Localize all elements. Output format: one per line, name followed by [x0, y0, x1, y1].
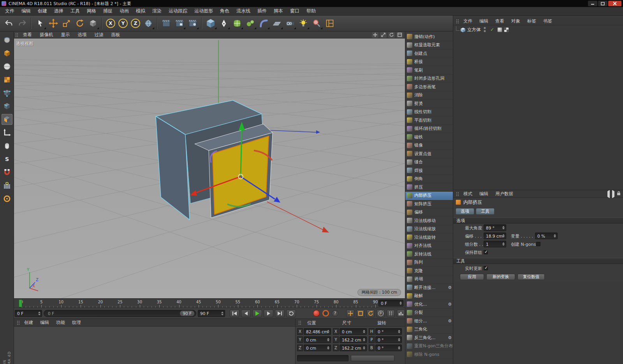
undo-button[interactable] [2, 17, 16, 30]
magnet-snap-button[interactable] [2, 167, 12, 178]
record-parameter-toggle[interactable]: P [377, 310, 385, 317]
command-item[interactable]: 阵列 [405, 259, 453, 267]
command-item[interactable]: 桥接 [405, 58, 453, 66]
light-button[interactable] [297, 17, 310, 30]
menu-item[interactable]: 查看 [492, 18, 508, 24]
command-item[interactable]: 优化... [405, 300, 453, 309]
command-item[interactable]: 挤压 [405, 183, 453, 192]
axis-x-lock-button[interactable]: X [106, 19, 115, 28]
offset-field[interactable]: 18.9 cm [484, 233, 506, 239]
convert-sphere-icon[interactable] [2, 35, 12, 46]
scale-tool[interactable] [60, 17, 73, 30]
camera-button[interactable] [283, 17, 297, 30]
coordinate-apply-button[interactable] [351, 355, 394, 361]
menu-item[interactable]: 捕捉 [100, 8, 116, 14]
previous-frame-button[interactable] [241, 310, 251, 317]
command-item[interactable]: 坍塌 [405, 275, 453, 284]
menu-item[interactable]: 帮助 [303, 8, 319, 14]
realtime-update-checkbox[interactable] [484, 266, 488, 270]
command-item[interactable]: 平面切割 [405, 116, 453, 125]
menu-item[interactable]: 创建 [34, 8, 51, 14]
record-pla-toggle[interactable] [387, 310, 395, 317]
command-options-gear-icon[interactable] [448, 318, 452, 324]
open-timeline-button[interactable] [397, 310, 405, 317]
apply-button[interactable]: 应用 [460, 274, 484, 280]
menu-item[interactable]: 网格 [83, 8, 100, 14]
record-rotation-toggle[interactable] [366, 310, 375, 317]
viewport-scene[interactable]: Y X Z [14, 38, 405, 298]
menu-item[interactable]: 渲染 [149, 8, 165, 14]
command-item[interactable]: 反转法线 [405, 250, 453, 259]
command-item[interactable]: 融解 [405, 292, 453, 301]
menu-item[interactable]: 动画 [116, 8, 132, 14]
command-item[interactable]: 创建点 [405, 49, 453, 58]
history-back-icon[interactable] [607, 191, 610, 197]
menu-item[interactable]: 标签 [524, 18, 540, 24]
menu-item[interactable]: 用户数据 [492, 191, 517, 197]
live-selection-tool[interactable] [33, 17, 47, 30]
phong-tag-icon[interactable] [497, 27, 502, 32]
preserve-groups-checkbox[interactable] [484, 250, 488, 254]
object-manager-area[interactable]: 立方体 [453, 25, 623, 190]
reset-values-button[interactable]: 复位数值 [517, 274, 545, 280]
lock-icon[interactable] [617, 191, 621, 197]
menu-item[interactable]: 脚本 [270, 8, 287, 14]
size-value-field[interactable]: 0 cm [340, 328, 367, 335]
panel-grip-icon[interactable] [15, 32, 18, 37]
command-item[interactable]: 缝合 [405, 158, 453, 167]
create-ngons-checkbox[interactable] [536, 242, 540, 246]
menu-item[interactable]: 窗口 [287, 8, 303, 14]
deformers-button[interactable] [257, 17, 270, 30]
tab-options[interactable]: 选项 [456, 208, 474, 215]
tab-tool[interactable]: 工具 [476, 208, 495, 215]
command-item[interactable]: 焊接 [405, 166, 453, 175]
menu-item[interactable]: 运动图形 [191, 8, 216, 14]
menu-item[interactable]: 面板 [107, 32, 124, 38]
command-item[interactable]: 撤销(动作) [405, 33, 453, 41]
menu-item[interactable]: 编辑 [476, 18, 492, 24]
command-item[interactable]: 笔刷 [405, 66, 453, 75]
edges-mode-button[interactable] [2, 101, 12, 112]
range-end-handle[interactable]: 90 F [180, 311, 194, 316]
workplane-layout-button[interactable] [323, 17, 336, 30]
lock-workplane-button[interactable] [2, 180, 12, 191]
menu-item[interactable]: 文件 [460, 18, 476, 24]
command-options-gear-icon[interactable] [448, 285, 452, 290]
size-value-field[interactable]: 162.2 cm [340, 345, 367, 351]
command-options-gear-icon[interactable] [448, 335, 452, 340]
object-row[interactable]: 立方体 [453, 26, 623, 33]
menu-item[interactable]: 编辑 [476, 191, 492, 197]
command-item[interactable]: 矩阵挤压 [405, 200, 453, 208]
rotation-value-field[interactable]: 0 ° [375, 328, 402, 335]
command-item[interactable]: 消除 [405, 91, 453, 100]
menu-item[interactable]: 运动跟踪 [165, 8, 191, 14]
minimize-button[interactable] [588, 1, 597, 6]
panel-grip-icon[interactable] [456, 191, 459, 196]
play-button[interactable] [252, 310, 262, 317]
texture-mode-button[interactable] [2, 74, 12, 85]
position-value-field[interactable]: 0 cm [304, 336, 331, 343]
menu-item[interactable]: 模拟 [132, 8, 149, 14]
command-item[interactable]: 磁铁 [405, 133, 453, 142]
visibility-dots[interactable] [484, 27, 486, 32]
subdivision-surface-button[interactable] [231, 17, 244, 30]
menu-item[interactable]: 流水线 [233, 8, 254, 14]
menu-item[interactable]: 角色 [216, 8, 233, 14]
make-editable-button[interactable] [2, 48, 12, 59]
menu-item[interactable]: 查看 [19, 32, 36, 38]
primitive-cube-button[interactable] [204, 17, 217, 30]
command-item[interactable]: 线性切割 [405, 108, 453, 117]
render-view-button[interactable] [160, 17, 173, 30]
menu-item[interactable]: 书签 [540, 18, 556, 24]
record-position-toggle[interactable] [346, 310, 354, 317]
redo-button[interactable] [16, 17, 29, 30]
enable-check-icon[interactable] [490, 27, 494, 32]
viewport-view-label[interactable]: 透视视图 [16, 41, 33, 47]
tools-section-header[interactable]: 工具 [453, 258, 623, 264]
material-list-area[interactable] [14, 327, 295, 364]
autokey-button[interactable] [322, 310, 329, 317]
goto-end-button[interactable] [275, 310, 285, 317]
rotation-value-field[interactable]: 0 ° [375, 345, 402, 351]
command-item[interactable]: 镜像 [405, 142, 453, 150]
menu-item[interactable]: 模式 [460, 191, 476, 197]
